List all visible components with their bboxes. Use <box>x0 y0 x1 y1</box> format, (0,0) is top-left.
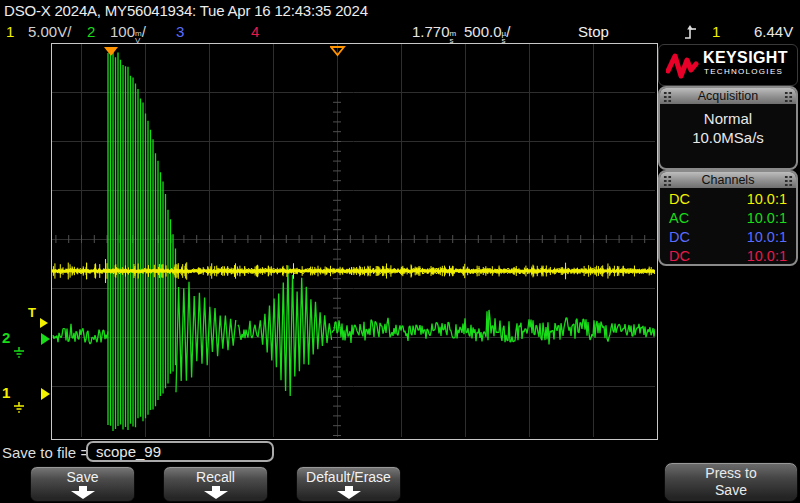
brand-name: KEYSIGHT <box>703 49 788 67</box>
default-erase-softkey-label: Default/Erase <box>297 469 400 485</box>
arrow-down-icon <box>199 486 233 499</box>
channels-panel: Channels DC10.0:1 AC10.0:1 DC10.0:1 DC10… <box>658 170 798 266</box>
ch3-coupling: DC <box>669 228 690 247</box>
recall-softkey-label: Recall <box>164 469 267 485</box>
sidebar: KEYSIGHT TECHNOLOGIES Acquisition Normal… <box>658 44 798 503</box>
milli-second-unit: ms <box>450 30 457 44</box>
arrow-down-icon <box>332 486 366 499</box>
ch4-number[interactable]: 4 <box>251 23 259 41</box>
grip-icon <box>663 175 672 186</box>
channel-row: DC10.0:1 <box>660 190 796 209</box>
trigger-level-readout: 6.44V <box>754 23 793 41</box>
rising-edge-trigger-icon <box>684 25 698 45</box>
save-softkey-label: Save <box>31 469 134 485</box>
ch1-coupling: DC <box>669 190 690 209</box>
recall-softkey[interactable]: Recall <box>163 466 268 502</box>
ch1-probe-ratio: 10.0:1 <box>747 190 787 209</box>
grip-icon <box>784 91 793 102</box>
ch2-scale: 100mV/ <box>110 23 146 41</box>
channel-row: AC10.0:1 <box>660 209 796 228</box>
ch2-reference-label[interactable]: 2 <box>2 331 10 345</box>
ch1-ground-icon <box>12 402 26 414</box>
grip-icon <box>663 91 672 102</box>
default-erase-softkey[interactable]: Default/Erase <box>296 466 401 502</box>
ch3-number[interactable]: 3 <box>176 23 184 41</box>
time-reference-marker[interactable] <box>330 46 346 57</box>
trigger-time-marker[interactable] <box>104 47 118 56</box>
oscilloscope-screen: { "colors":{"ch1":"#f2f200","ch2":"#19dc… <box>0 0 800 503</box>
ch2-probe-ratio: 10.0:1 <box>747 209 787 228</box>
channel-row: DC10.0:1 <box>660 228 796 247</box>
channels-header[interactable]: Channels <box>660 172 796 188</box>
waveform-display <box>52 44 655 437</box>
save-softkey[interactable]: Save <box>30 466 135 502</box>
trigger-level-marker-label[interactable]: T <box>28 306 36 320</box>
ch4-coupling: DC <box>669 247 690 266</box>
acquisition-panel: Acquisition Normal 10.0MSa/s <box>658 86 798 170</box>
channels-list: DC10.0:1 AC10.0:1 DC10.0:1 DC10.0:1 <box>660 188 796 266</box>
ch2-reference-arrow[interactable] <box>41 333 50 345</box>
keysight-spark-icon <box>666 51 700 79</box>
sample-rate: 10.0MSa/s <box>660 128 796 147</box>
channel-row: DC10.0:1 <box>660 247 796 266</box>
arrow-down-icon <box>66 486 100 499</box>
delay-readout: 1.770ms <box>412 23 456 41</box>
brand-subname: TECHNOLOGIES <box>704 67 783 76</box>
ch1-scale: 5.00V/ <box>28 23 71 41</box>
ch1-reference-label[interactable]: 1 <box>2 386 10 400</box>
ch3-probe-ratio: 10.0:1 <box>747 228 787 247</box>
run-state: Stop <box>578 23 609 41</box>
ch2-ground-icon <box>12 347 26 359</box>
ch4-probe-ratio: 10.0:1 <box>747 247 787 266</box>
filename-input[interactable] <box>86 441 274 462</box>
grip-icon <box>784 175 793 186</box>
milli-volt-unit: mV <box>135 30 142 44</box>
acquisition-header[interactable]: Acquisition <box>660 88 796 104</box>
waveform-grid <box>51 43 658 440</box>
save-to-file-label: Save to file = <box>2 444 89 461</box>
keysight-logo: KEYSIGHT TECHNOLOGIES <box>658 44 798 86</box>
press-to-save-line1: Press to <box>705 465 756 481</box>
ch2-number[interactable]: 2 <box>87 23 95 41</box>
acquisition-info: Normal 10.0MSa/s <box>660 104 796 147</box>
timebase-readout: 500.0µs/ <box>464 23 510 41</box>
press-to-save-button[interactable]: Press to Save <box>664 462 798 502</box>
ch2-coupling: AC <box>669 209 689 228</box>
press-to-save-line2: Save <box>715 482 747 498</box>
ch1-reference-arrow[interactable] <box>41 388 50 400</box>
acquisition-mode: Normal <box>660 109 796 128</box>
trigger-level-marker-arrow[interactable] <box>40 318 48 328</box>
instrument-title: DSO-X 2024A, MY56041934: Tue Apr 16 12:4… <box>4 2 368 19</box>
ch1-number[interactable]: 1 <box>6 23 14 41</box>
trigger-source[interactable]: 1 <box>712 23 720 41</box>
